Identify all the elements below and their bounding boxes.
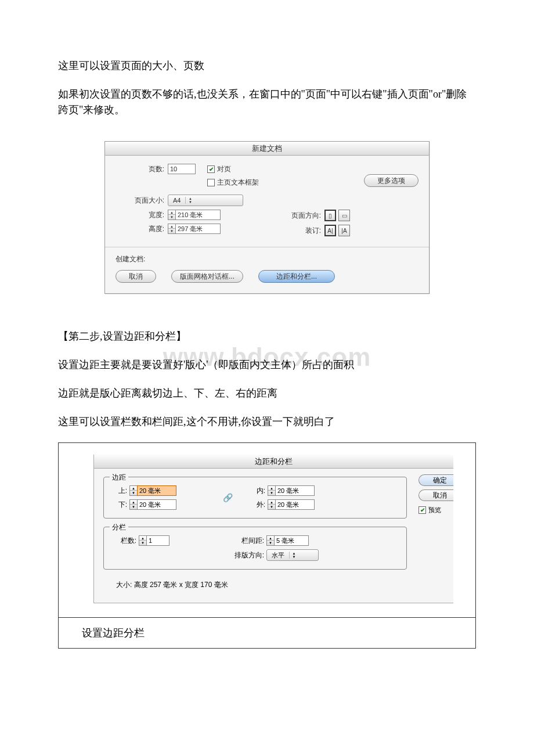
direction-select[interactable]: 水平 ▲▼ — [266, 549, 319, 561]
inside-label: 内: — [250, 486, 268, 496]
columns-fieldset: 分栏 栏数: ▲▼ 1 — [103, 527, 407, 570]
width-label: 宽度: — [116, 210, 168, 220]
gutter-label: 栏间距: — [234, 536, 266, 546]
step2-p2: 边距就是版心距离裁切边上、下、左、右的距离 — [58, 386, 476, 401]
new-document-dialog: 新建文档 页数: 10 ✔ 对页 主页文本框架 更多选项 — [104, 141, 430, 294]
ok-button[interactable]: 确定 — [418, 474, 453, 486]
pages-label: 页数: — [116, 164, 168, 174]
binding-right-icon[interactable]: |A — [338, 225, 350, 236]
link-margins-icon[interactable]: 🔗 — [222, 490, 233, 505]
outside-label: 外: — [250, 500, 268, 510]
margins-columns-dialog: 边距和分栏 边距 上: ▲▼ 20 毫米 — [93, 455, 453, 603]
spinner-arrows-icon[interactable]: ▲▼ — [168, 224, 175, 234]
inside-input[interactable]: 20 毫米 — [275, 485, 315, 496]
facing-pages-checkbox[interactable]: ✔ — [207, 165, 215, 173]
column-count-input[interactable]: 1 — [146, 535, 169, 546]
master-frame-label: 主页文本框架 — [217, 178, 259, 188]
direction-value: 水平 — [267, 551, 289, 560]
top-label: 上: — [112, 486, 129, 496]
margins-columns-frame: 边距和分栏 边距 上: ▲▼ 20 毫米 — [58, 442, 476, 649]
chevron-up-down-icon: ▲▼ — [185, 197, 194, 204]
gutter-input[interactable]: 5 毫米 — [274, 535, 309, 546]
binding-label: 装订: — [290, 226, 324, 236]
step2-p3: 这里可以设置栏数和栏间距,这个不用讲,你设置一下就明白了 — [58, 414, 476, 430]
page-size-select[interactable]: A4 ▲▼ — [168, 195, 243, 206]
top-input[interactable]: 20 毫米 — [137, 485, 176, 496]
bottom-spinner[interactable]: ▲▼ 20 毫米 — [129, 499, 176, 510]
spinner-arrows-icon[interactable]: ▲▼ — [266, 535, 274, 546]
layout-grid-dialog-button[interactable]: 版面网格对话框... — [171, 270, 243, 283]
binding-left-icon[interactable]: A| — [324, 225, 336, 236]
spinner-arrows-icon[interactable]: ▲▼ — [139, 535, 146, 546]
paragraph-page-size: 这里可以设置页面的大小、页数 — [58, 58, 476, 74]
orientation-portrait-icon[interactable]: ▯ — [324, 210, 336, 221]
paragraph-page-insert-tip: 如果初次设置的页数不够的话,也没关系，在窗口中的"页面"中可以右键"插入页面"o… — [58, 87, 476, 118]
columns-legend: 分栏 — [110, 523, 128, 532]
spinner-arrows-icon[interactable]: ▲▼ — [268, 499, 275, 510]
step2-p1: 设置边距主要就是要设置好'版心'（即版面内文主体）所占的面积 — [58, 357, 476, 373]
spinner-arrows-icon[interactable]: ▲▼ — [268, 485, 275, 496]
top-spinner[interactable]: ▲▼ 20 毫米 — [129, 485, 176, 496]
dialog2-side-buttons: 确定 取消 ✔ 预览 — [413, 469, 453, 603]
cancel-button[interactable]: 取消 — [116, 270, 156, 283]
more-options-button[interactable]: 更多选项 — [364, 174, 418, 187]
orientation-label: 页面方向: — [290, 211, 324, 221]
spinner-arrows-icon[interactable]: ▲▼ — [129, 485, 137, 496]
preview-checkbox[interactable]: ✔ — [418, 506, 426, 514]
preview-label: 预览 — [428, 506, 441, 514]
margins-fieldset: 边距 上: ▲▼ 20 毫米 — [103, 477, 407, 519]
gutter-spinner[interactable]: ▲▼ 5 毫米 — [266, 535, 309, 546]
facing-pages-label: 对页 — [217, 164, 231, 174]
pages-input[interactable]: 10 — [168, 164, 196, 174]
width-spinner[interactable]: ▲▼ 210 毫米 — [168, 210, 221, 220]
inside-spinner[interactable]: ▲▼ 20 毫米 — [268, 485, 315, 496]
margins-legend: 边距 — [110, 473, 128, 483]
step2-heading: 【第二步,设置边距和分栏】 — [58, 329, 476, 344]
spinner-arrows-icon[interactable]: ▲▼ — [168, 210, 175, 220]
dialog2-title: 边距和分栏 — [94, 455, 453, 469]
divider — [105, 247, 429, 247]
chevron-up-down-icon: ▲▼ — [289, 552, 298, 559]
spinner-arrows-icon[interactable]: ▲▼ — [129, 499, 137, 510]
height-label: 高度: — [116, 224, 168, 234]
column-count-label: 栏数: — [112, 536, 139, 546]
margins-columns-button[interactable]: 边距和分栏... — [258, 270, 335, 283]
outside-input[interactable]: 20 毫米 — [275, 499, 315, 510]
bottom-input[interactable]: 20 毫米 — [137, 499, 176, 510]
orientation-landscape-icon[interactable]: ▭ — [338, 210, 350, 221]
width-input[interactable]: 210 毫米 — [175, 210, 221, 220]
height-input[interactable]: 297 毫米 — [175, 224, 221, 234]
column-count-spinner[interactable]: ▲▼ 1 — [139, 535, 169, 546]
figure-caption: 设置边距分栏 — [59, 617, 475, 648]
cancel-button[interactable]: 取消 — [418, 489, 453, 501]
direction-label: 排版方向: — [234, 550, 266, 560]
master-frame-checkbox[interactable] — [207, 179, 215, 186]
height-spinner[interactable]: ▲▼ 297 毫米 — [168, 224, 221, 234]
dialog-title: 新建文档 — [105, 142, 429, 156]
size-summary: 大小: 高度 257 毫米 x 宽度 170 毫米 — [103, 578, 407, 595]
bottom-label: 下: — [112, 500, 129, 510]
page-size-label: 页面大小: — [116, 196, 168, 206]
create-document-label: 创建文档: — [116, 254, 418, 264]
page-size-value: A4 — [168, 197, 185, 204]
outside-spinner[interactable]: ▲▼ 20 毫米 — [268, 499, 315, 510]
